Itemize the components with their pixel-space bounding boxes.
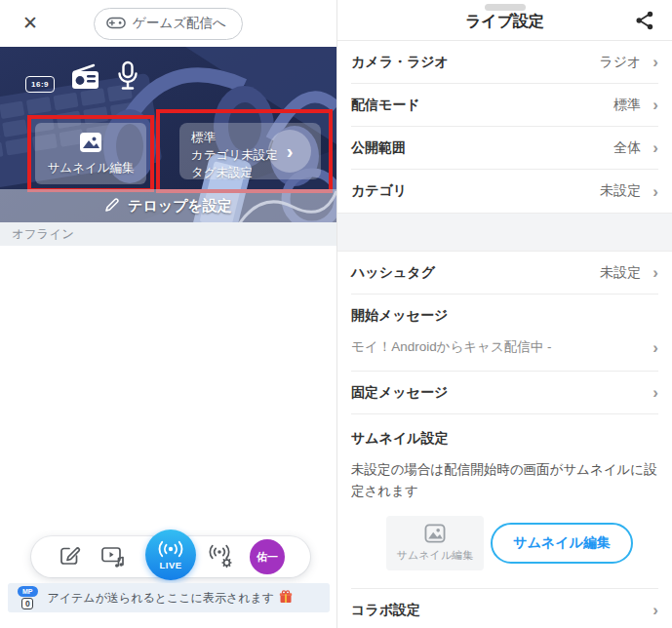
chevron-right-icon: ›	[652, 602, 658, 618]
share-icon[interactable]	[631, 8, 658, 35]
chevron-right-icon: ›	[652, 384, 658, 401]
row-value: ラジオ	[599, 54, 641, 71]
user-avatar[interactable]: 佑一	[250, 539, 285, 574]
close-button[interactable]: ✕	[20, 13, 41, 34]
thumbnail-settings-section: サムネイル設定 未設定の場合は配信開始時の画面がサムネイルに設定されます サムネ…	[351, 414, 658, 589]
edit-telop-icon[interactable]	[57, 543, 84, 570]
chevron-right-icon: ›	[652, 339, 658, 356]
setting-row-visibility[interactable]: 公開範囲 全体 ›	[351, 127, 658, 170]
setting-row-collab[interactable]: コラボ設定 ›	[351, 589, 658, 628]
gamepad-icon	[106, 16, 126, 32]
setting-row-broadcast-mode[interactable]: 配信モード 標準 ›	[351, 84, 658, 127]
go-live-button[interactable]: LIVE	[145, 530, 196, 580]
row-value: 未設定	[600, 182, 641, 200]
offline-status-bar: オフライン	[0, 222, 336, 246]
broadcast-settings-icon[interactable]	[208, 543, 235, 570]
chevron-right-icon: ›	[652, 97, 658, 113]
chevron-right-icon: ›	[652, 264, 658, 281]
app: ✕ ゲームズ配信へ	[0, 0, 672, 628]
item-bar-message: アイテムが送られるとここに表示されます	[48, 590, 275, 607]
games-button-label: ゲームズ配信へ	[133, 15, 226, 32]
video-music-icon[interactable]	[99, 543, 127, 570]
pencil-icon	[104, 197, 120, 216]
row-value: 未設定	[600, 264, 641, 282]
thumbnail-highlight-box: サムネイル編集	[27, 115, 154, 192]
preview-header: ✕ ゲームズ配信へ	[0, 0, 336, 47]
setting-row-start-message[interactable]: 開始メッセージ モイ！Androidからキャス配信中 - ›	[351, 294, 658, 372]
image-icon	[79, 132, 102, 156]
thumbnail-edit-overlay-button[interactable]: サムネイル編集	[35, 123, 146, 184]
telop-button-label: テロップを設定	[128, 197, 232, 216]
setting-row-camera-radio[interactable]: カメラ・ラジオ ラジオ ›	[351, 41, 658, 84]
broadcast-summary-button[interactable]: 標準 カテゴリ未設定 タグ未設定 ›	[179, 123, 321, 179]
row-value: 全体	[613, 139, 641, 157]
start-message-label: 開始メッセージ	[351, 307, 658, 325]
microphone-icon	[115, 60, 140, 96]
collab-label: コラボ設定	[351, 602, 652, 619]
games-broadcast-button[interactable]: ゲームズ配信へ	[94, 8, 243, 40]
telop-setting-button[interactable]: テロップを設定	[0, 189, 336, 222]
broadcast-icon	[156, 540, 185, 561]
live-button-label: LIVE	[159, 560, 181, 570]
thumbnail-box-label: サムネイル編集	[397, 548, 473, 563]
broadcast-preview-banner: 16:9 サムネイル編集 標準 カテゴリ	[0, 47, 336, 222]
offline-label: オフライン	[12, 226, 74, 243]
fixed-message-label: 固定メッセージ	[351, 384, 652, 402]
radio-icon	[68, 62, 101, 96]
mp-count: 0	[21, 598, 33, 609]
thumbnail-edit-overlay-label: サムネイル編集	[48, 160, 135, 177]
thumbnail-section-description: 未設定の場合は配信開始時の画面がサムネイルに設定されます	[351, 459, 658, 502]
chevron-right-icon: ›	[652, 183, 658, 200]
row-label: カテゴリ	[351, 182, 600, 200]
mp-badge-label: MP	[18, 586, 38, 597]
broadcast-preview-panel: ✕ ゲームズ配信へ	[0, 0, 336, 628]
row-label: 配信モード	[351, 97, 613, 114]
start-message-value: モイ！Androidからキャス配信中 -	[351, 338, 652, 356]
chevron-right-icon[interactable]: ›	[268, 130, 311, 173]
chevron-right-icon: ›	[652, 139, 658, 156]
image-icon	[424, 524, 446, 545]
row-value: 標準	[613, 97, 641, 114]
thumbnail-section-title: サムネイル設定	[351, 430, 658, 448]
live-settings-panel: ライブ設定 カメラ・ラジオ ラジオ › 配信モード 標準 › 公開範囲 全体 ›	[336, 0, 672, 628]
chevron-right-icon: ›	[652, 54, 658, 70]
item-notification-bar: MP 0 アイテムが送られるとここに表示されます	[8, 583, 330, 612]
aspect-ratio-badge: 16:9	[25, 76, 55, 93]
row-label: カメラ・ラジオ	[351, 54, 599, 71]
section-separator	[337, 213, 672, 252]
settings-header: ライブ設定	[337, 0, 672, 41]
row-label: ハッシュタグ	[351, 264, 600, 282]
mp-points-badge: MP 0	[18, 586, 38, 609]
setting-row-hashtag[interactable]: ハッシュタグ 未設定 ›	[351, 252, 658, 294]
setting-row-category[interactable]: カテゴリ 未設定 ›	[351, 170, 658, 213]
broadcast-toolbar: LIVE 佑一	[31, 536, 310, 577]
thumbnail-preview-box[interactable]: サムネイル編集	[386, 516, 484, 570]
settings-title: ライブ設定	[465, 12, 544, 32]
setting-row-fixed-message[interactable]: 固定メッセージ ›	[351, 372, 658, 414]
row-label: 公開範囲	[351, 139, 613, 157]
thumbnail-edit-button[interactable]: サムネイル編集	[491, 523, 633, 564]
settings-highlight-box: 標準 カテゴリ未設定 タグ未設定 ›	[156, 109, 333, 193]
capture-mode-icons: 16:9	[25, 60, 140, 96]
avatar-label: 佑一	[257, 550, 278, 565]
gift-icon	[279, 590, 293, 607]
